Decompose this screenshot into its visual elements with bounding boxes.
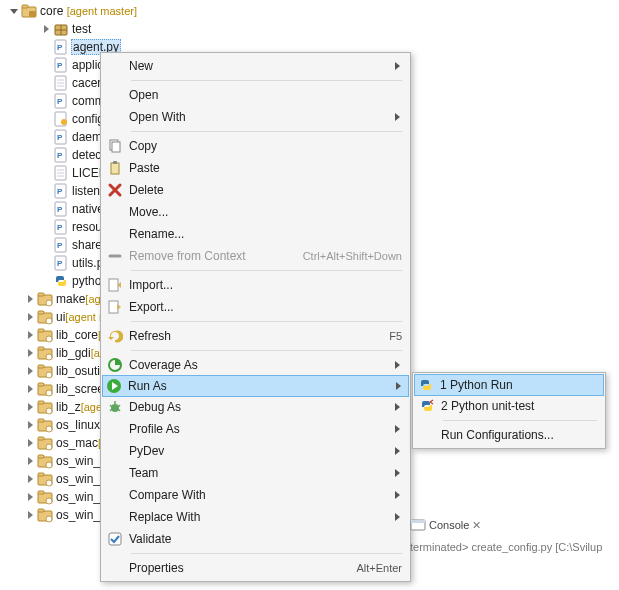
- menu-item-debug-as[interactable]: Debug As: [103, 396, 408, 418]
- chevron-right-icon[interactable]: [24, 347, 36, 359]
- menu-item-label: Delete: [129, 183, 402, 197]
- menu-item-pydev[interactable]: PyDev: [103, 440, 408, 462]
- blank-icon: [105, 226, 125, 242]
- chevron-right-icon[interactable]: [40, 23, 52, 35]
- submenu-arrow-icon: [392, 111, 402, 123]
- file-icon: [53, 165, 69, 181]
- menu-item-label: Refresh: [129, 329, 379, 343]
- context-menu[interactable]: NewOpenOpen WithCopyPasteDeleteMove...Re…: [100, 52, 411, 582]
- tree-node-label: lib_z: [56, 400, 81, 414]
- python-icon: [416, 377, 436, 393]
- project-folder-icon: [37, 435, 53, 451]
- py-icon: [53, 201, 69, 217]
- submenu-arrow-icon: [392, 423, 402, 435]
- menu-item-compare-with[interactable]: Compare With: [103, 484, 408, 506]
- menu-item-export[interactable]: Export...: [103, 296, 408, 318]
- project-folder-icon: [37, 399, 53, 415]
- menu-item-open[interactable]: Open: [103, 84, 408, 106]
- py-icon: [53, 255, 69, 271]
- menu-item-label: Run As: [128, 379, 387, 393]
- submenu-arrow-icon: [392, 511, 402, 523]
- menu-item-label: 1 Python Run: [440, 378, 598, 392]
- menu-item-import[interactable]: Import...: [103, 274, 408, 296]
- menu-item-run-as[interactable]: Run As: [102, 375, 409, 397]
- menu-item-profile-as[interactable]: Profile As: [103, 418, 408, 440]
- debug-icon: [105, 399, 125, 415]
- submenu-item-python-run[interactable]: 1 Python Run: [414, 374, 604, 396]
- tree-node-core[interactable]: core [agent master]: [4, 2, 619, 20]
- menu-item-team[interactable]: Team: [103, 462, 408, 484]
- blank-icon: [105, 443, 125, 459]
- submenu-arrow-icon: [392, 60, 402, 72]
- blank-icon: [105, 509, 125, 525]
- run-icon: [104, 378, 124, 394]
- project-folder-icon: [37, 507, 53, 523]
- submenu-arrow-icon: [392, 489, 402, 501]
- console-icon: [410, 517, 426, 533]
- chevron-right-icon[interactable]: [24, 365, 36, 377]
- menu-item-label: Debug As: [129, 400, 386, 414]
- menu-item-shortcut: Ctrl+Alt+Shift+Down: [303, 250, 402, 262]
- py-icon: [53, 57, 69, 73]
- chevron-down-icon[interactable]: [8, 5, 20, 17]
- chevron-right-icon[interactable]: [24, 401, 36, 413]
- menu-item-label: Compare With: [129, 488, 386, 502]
- coverage-icon: [105, 357, 125, 373]
- chevron-right-icon[interactable]: [24, 329, 36, 341]
- chevron-right-icon[interactable]: [24, 383, 36, 395]
- menu-item-label: Import...: [129, 278, 402, 292]
- blank-icon: [105, 465, 125, 481]
- chevron-right-icon[interactable]: [24, 293, 36, 305]
- pythonlib-icon: [53, 273, 69, 289]
- tree-node-decor: [agent master]: [67, 5, 137, 17]
- project-folder-icon: [37, 309, 53, 325]
- menu-item-delete[interactable]: Delete: [103, 179, 408, 201]
- menu-item-label: Export...: [129, 300, 402, 314]
- chevron-right-icon[interactable]: [24, 419, 36, 431]
- copy-icon: [105, 138, 125, 154]
- menu-item-label: Paste: [129, 161, 402, 175]
- menu-item-paste[interactable]: Paste: [103, 157, 408, 179]
- chevron-right-icon[interactable]: [24, 311, 36, 323]
- close-icon[interactable]: ✕: [472, 519, 481, 532]
- run-as-submenu[interactable]: 1 Python Run2 Python unit-testRun Config…: [412, 372, 606, 449]
- tree-node-label: core: [40, 4, 63, 18]
- blank-icon: [105, 87, 125, 103]
- tree-node[interactable]: test: [4, 20, 619, 38]
- chevron-right-icon[interactable]: [24, 455, 36, 467]
- menu-item-shortcut: Alt+Enter: [356, 562, 402, 574]
- menu-item-replace-with[interactable]: Replace With: [103, 506, 408, 528]
- menu-item-properties[interactable]: PropertiesAlt+Enter: [103, 557, 408, 579]
- project-folder-icon: [37, 291, 53, 307]
- tree-node-label: os_linux: [56, 418, 100, 432]
- menu-item-coverage-as[interactable]: Coverage As: [103, 354, 408, 376]
- menu-item-refresh[interactable]: RefreshF5: [103, 325, 408, 347]
- menu-item-move[interactable]: Move...: [103, 201, 408, 223]
- menu-item-label: PyDev: [129, 444, 386, 458]
- menu-item-shortcut: F5: [389, 330, 402, 342]
- menu-item-new[interactable]: New: [103, 55, 408, 77]
- submenu-item-run-configurations[interactable]: Run Configurations...: [415, 424, 603, 446]
- blank-icon: [105, 58, 125, 74]
- project-folder-icon: [37, 327, 53, 343]
- py-icon: [53, 183, 69, 199]
- submenu-item-python-unit-test[interactable]: 2 Python unit-test: [415, 395, 603, 417]
- console-status: terminated> create_config.py [C:\Svilup: [410, 541, 619, 553]
- menu-item-label: Rename...: [129, 227, 402, 241]
- menu-item-validate[interactable]: Validate: [103, 528, 408, 550]
- check-icon: [105, 531, 125, 547]
- menu-item-open-with[interactable]: Open With: [103, 106, 408, 128]
- chevron-right-icon[interactable]: [24, 473, 36, 485]
- console-tab[interactable]: Console ✕: [410, 517, 481, 533]
- submenu-arrow-icon: [392, 467, 402, 479]
- chevron-right-icon[interactable]: [24, 491, 36, 503]
- menu-item-label: Properties: [129, 561, 346, 575]
- menu-item-rename[interactable]: Rename...: [103, 223, 408, 245]
- menu-item-label: Replace With: [129, 510, 386, 524]
- menu-item-copy[interactable]: Copy: [103, 135, 408, 157]
- menu-item-label: Move...: [129, 205, 402, 219]
- submenu-arrow-icon: [393, 380, 403, 392]
- chevron-right-icon[interactable]: [24, 509, 36, 521]
- chevron-right-icon[interactable]: [24, 437, 36, 449]
- tree-node-label: os_mac: [56, 436, 98, 450]
